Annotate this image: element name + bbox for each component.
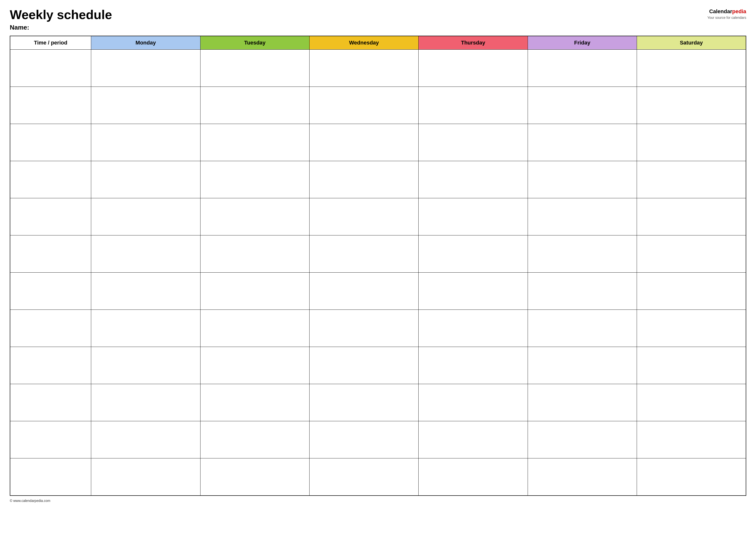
col-header-tuesday: Tuesday bbox=[200, 36, 309, 50]
schedule-cell[interactable] bbox=[419, 235, 528, 273]
schedule-cell[interactable] bbox=[200, 347, 309, 384]
schedule-cell[interactable] bbox=[309, 458, 418, 496]
schedule-cell[interactable] bbox=[419, 161, 528, 198]
logo-subtitle: Your source for calendars bbox=[707, 15, 746, 20]
schedule-cell[interactable] bbox=[528, 161, 637, 198]
schedule-cell[interactable] bbox=[91, 310, 200, 347]
logo: Calendarpedia Your source for calendars bbox=[707, 8, 746, 20]
schedule-cell[interactable] bbox=[637, 421, 746, 458]
table-row bbox=[10, 235, 746, 273]
schedule-cell[interactable] bbox=[419, 347, 528, 384]
schedule-cell[interactable] bbox=[528, 50, 637, 87]
schedule-cell[interactable] bbox=[200, 87, 309, 124]
schedule-cell[interactable] bbox=[200, 421, 309, 458]
time-cell bbox=[10, 310, 91, 347]
time-cell bbox=[10, 421, 91, 458]
schedule-cell[interactable] bbox=[528, 421, 637, 458]
schedule-cell[interactable] bbox=[91, 87, 200, 124]
schedule-cell[interactable] bbox=[528, 310, 637, 347]
time-cell bbox=[10, 458, 91, 496]
table-row bbox=[10, 50, 746, 87]
schedule-cell[interactable] bbox=[200, 235, 309, 273]
schedule-cell[interactable] bbox=[200, 273, 309, 310]
schedule-cell[interactable] bbox=[637, 384, 746, 421]
col-header-monday: Monday bbox=[91, 36, 200, 50]
schedule-cell[interactable] bbox=[91, 50, 200, 87]
page-header: Weekly schedule Calendarpedia Your sourc… bbox=[10, 8, 746, 22]
schedule-cell[interactable] bbox=[200, 50, 309, 87]
schedule-cell[interactable] bbox=[91, 235, 200, 273]
table-row bbox=[10, 124, 746, 161]
time-cell bbox=[10, 384, 91, 421]
schedule-cell[interactable] bbox=[419, 50, 528, 87]
schedule-cell[interactable] bbox=[200, 384, 309, 421]
col-header-time: Time / period bbox=[10, 36, 91, 50]
schedule-cell[interactable] bbox=[200, 124, 309, 161]
schedule-cell[interactable] bbox=[91, 458, 200, 496]
time-cell bbox=[10, 198, 91, 235]
schedule-cell[interactable] bbox=[419, 384, 528, 421]
schedule-cell[interactable] bbox=[91, 273, 200, 310]
col-header-thursday: Thursday bbox=[419, 36, 528, 50]
schedule-cell[interactable] bbox=[419, 124, 528, 161]
schedule-cell[interactable] bbox=[528, 458, 637, 496]
schedule-cell[interactable] bbox=[637, 347, 746, 384]
time-cell bbox=[10, 347, 91, 384]
table-row bbox=[10, 310, 746, 347]
schedule-cell[interactable] bbox=[419, 198, 528, 235]
schedule-cell[interactable] bbox=[309, 384, 418, 421]
page-title: Weekly schedule bbox=[10, 8, 112, 22]
schedule-cell[interactable] bbox=[200, 161, 309, 198]
schedule-cell[interactable] bbox=[637, 273, 746, 310]
schedule-cell[interactable] bbox=[91, 161, 200, 198]
schedule-cell[interactable] bbox=[91, 384, 200, 421]
schedule-cell[interactable] bbox=[200, 198, 309, 235]
schedule-cell[interactable] bbox=[637, 124, 746, 161]
schedule-cell[interactable] bbox=[419, 310, 528, 347]
schedule-cell[interactable] bbox=[637, 458, 746, 496]
table-row bbox=[10, 198, 746, 235]
table-row bbox=[10, 421, 746, 458]
time-cell bbox=[10, 273, 91, 310]
schedule-cell[interactable] bbox=[419, 87, 528, 124]
schedule-cell[interactable] bbox=[637, 310, 746, 347]
schedule-cell[interactable] bbox=[637, 50, 746, 87]
schedule-cell[interactable] bbox=[419, 273, 528, 310]
schedule-cell[interactable] bbox=[528, 124, 637, 161]
schedule-cell[interactable] bbox=[419, 421, 528, 458]
schedule-cell[interactable] bbox=[309, 273, 418, 310]
schedule-cell[interactable] bbox=[309, 124, 418, 161]
schedule-cell[interactable] bbox=[637, 161, 746, 198]
schedule-cell[interactable] bbox=[309, 198, 418, 235]
schedule-cell[interactable] bbox=[528, 198, 637, 235]
schedule-cell[interactable] bbox=[200, 458, 309, 496]
schedule-cell[interactable] bbox=[528, 384, 637, 421]
time-cell bbox=[10, 87, 91, 124]
schedule-cell[interactable] bbox=[309, 161, 418, 198]
schedule-cell[interactable] bbox=[309, 310, 418, 347]
schedule-cell[interactable] bbox=[637, 87, 746, 124]
schedule-cell[interactable] bbox=[200, 310, 309, 347]
schedule-cell[interactable] bbox=[309, 421, 418, 458]
schedule-cell[interactable] bbox=[528, 273, 637, 310]
schedule-cell[interactable] bbox=[419, 458, 528, 496]
logo-text-red: pedia bbox=[732, 8, 746, 14]
schedule-cell[interactable] bbox=[309, 87, 418, 124]
schedule-cell[interactable] bbox=[637, 235, 746, 273]
schedule-cell[interactable] bbox=[637, 198, 746, 235]
schedule-cell[interactable] bbox=[309, 50, 418, 87]
schedule-cell[interactable] bbox=[528, 235, 637, 273]
schedule-cell[interactable] bbox=[528, 87, 637, 124]
table-row bbox=[10, 384, 746, 421]
schedule-cell[interactable] bbox=[91, 347, 200, 384]
schedule-cell[interactable] bbox=[91, 198, 200, 235]
schedule-cell[interactable] bbox=[309, 347, 418, 384]
col-header-friday: Friday bbox=[528, 36, 637, 50]
schedule-cell[interactable] bbox=[91, 421, 200, 458]
schedule-cell[interactable] bbox=[528, 347, 637, 384]
time-cell bbox=[10, 124, 91, 161]
time-cell bbox=[10, 50, 91, 87]
logo-name: Calendarpedia bbox=[707, 8, 746, 15]
schedule-cell[interactable] bbox=[91, 124, 200, 161]
schedule-cell[interactable] bbox=[309, 235, 418, 273]
